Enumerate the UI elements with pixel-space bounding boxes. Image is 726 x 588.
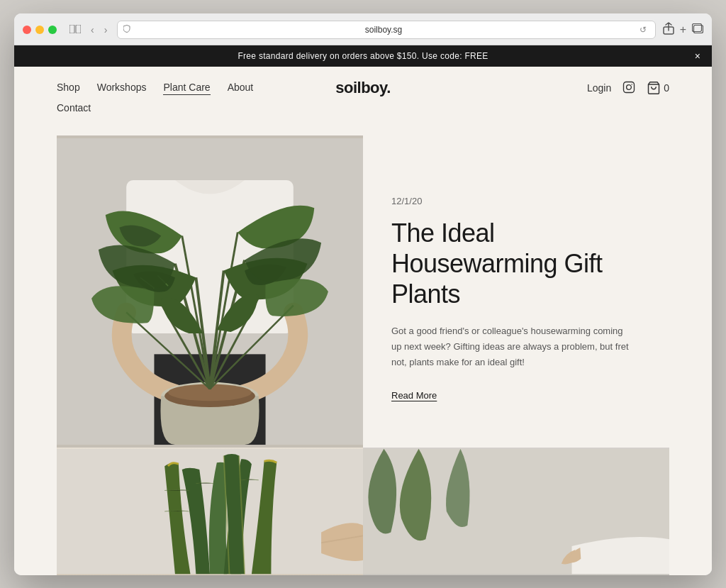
cart-count: 0 xyxy=(664,82,669,94)
traffic-lights xyxy=(23,26,57,34)
nav-contact[interactable]: Contact xyxy=(57,102,91,115)
window-layout-button[interactable] xyxy=(67,23,84,37)
main-content: 12/1/20 The Ideal Housewarming Gift Plan… xyxy=(14,121,712,575)
nav-top: Shop Workshops Plant Care About soilboy.… xyxy=(57,81,669,96)
minimize-button[interactable] xyxy=(35,26,44,34)
reload-button[interactable]: ↺ xyxy=(637,23,649,36)
nav-bottom: Contact xyxy=(57,101,669,114)
url-input[interactable] xyxy=(135,25,632,35)
browser-right-controls: + xyxy=(663,22,703,38)
browser-nav-controls: ‹ › xyxy=(67,23,110,37)
browser-window: ‹ › ↺ + xyxy=(14,13,712,575)
maximize-button[interactable] xyxy=(48,26,57,34)
announcement-text: Free standard delivery on orders above $… xyxy=(238,51,488,61)
blog-grid: 12/1/20 The Ideal Housewarming Gift Plan… xyxy=(57,135,669,575)
secondary-post-image-right xyxy=(363,448,669,575)
svg-point-7 xyxy=(632,84,633,85)
share-button[interactable] xyxy=(663,22,674,38)
navigation: Shop Workshops Plant Care About soilboy.… xyxy=(14,67,712,121)
browser-chrome: ‹ › ↺ + xyxy=(14,13,712,45)
nav-about[interactable]: About xyxy=(228,82,254,94)
nav-login[interactable]: Login xyxy=(587,82,611,94)
featured-post-image xyxy=(57,135,363,448)
announcement-bar: Free standard delivery on orders above $… xyxy=(14,45,712,67)
post-date: 12/1/20 xyxy=(391,196,641,206)
forward-button[interactable]: › xyxy=(101,23,111,37)
tabs-button[interactable] xyxy=(692,23,703,36)
secondary-post-image-left xyxy=(57,448,363,575)
svg-rect-5 xyxy=(624,82,635,92)
close-button[interactable] xyxy=(23,26,31,34)
security-icon xyxy=(123,25,130,35)
post-excerpt: Got a good friend's or colleague's house… xyxy=(391,323,632,370)
new-tab-button[interactable]: + xyxy=(680,23,686,36)
nav-instagram[interactable] xyxy=(622,81,635,96)
site-logo[interactable]: soilboy. xyxy=(335,79,391,97)
read-more-link[interactable]: Read More xyxy=(391,390,437,401)
cart-button[interactable]: 0 xyxy=(647,81,669,95)
site-content: Free standard delivery on orders above $… xyxy=(14,45,712,575)
featured-post-info: 12/1/20 The Ideal Housewarming Gift Plan… xyxy=(363,135,669,448)
svg-rect-0 xyxy=(69,25,74,33)
nav-plant-care[interactable]: Plant Care xyxy=(163,82,210,95)
nav-workshops[interactable]: Workshops xyxy=(97,82,147,94)
svg-rect-1 xyxy=(76,25,81,33)
nav-links: Shop Workshops Plant Care About xyxy=(57,82,253,95)
nav-shop[interactable]: Shop xyxy=(57,82,80,94)
svg-point-6 xyxy=(627,84,632,89)
address-bar-container: ↺ xyxy=(117,21,655,39)
post-title: The Ideal Housewarming Gift Plants xyxy=(391,218,641,310)
back-button[interactable]: ‹ xyxy=(88,23,97,37)
nav-right: Login 0 xyxy=(587,81,669,96)
announcement-close-button[interactable]: × xyxy=(695,50,700,62)
